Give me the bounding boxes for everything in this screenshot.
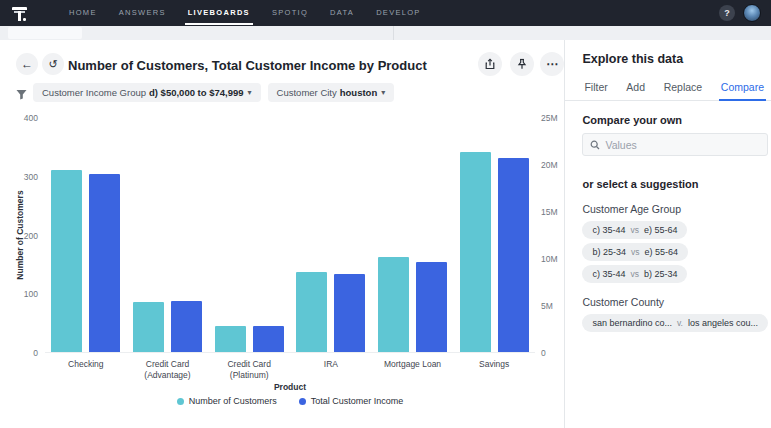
pin-button[interactable] (510, 52, 534, 76)
chevron-down-icon: ▾ (381, 88, 385, 97)
y-tick-left: 100 (0, 289, 38, 299)
x-axis-label: Credit Card (Advantage) (127, 359, 209, 381)
x-axis-title: Product (45, 382, 535, 392)
more-menu-button[interactable]: ⋯ (540, 52, 564, 76)
nav-item-data[interactable]: DATA (319, 0, 365, 26)
suggestion-pill-list: san bernardino co...v.los angeles cou... (582, 314, 768, 332)
legend-dot-icon (299, 398, 306, 405)
x-axis-label: Savings (453, 359, 535, 381)
suggestion-pill[interactable]: san bernardino co...v.los angeles cou... (582, 314, 768, 332)
filter-chip-value: d) $50,000 to $74,999 (149, 87, 244, 98)
legend-item-number-of-customers[interactable]: Number of Customers (177, 396, 277, 406)
viz-panel: ← ↺ Number of Customers, Total Customer … (0, 40, 565, 428)
bar-number-of-customers[interactable] (215, 326, 246, 352)
bar-number-of-customers[interactable] (296, 272, 327, 353)
pill-right-value: e) 55-64 (644, 225, 678, 235)
pill-left-value: san bernardino co... (592, 318, 672, 328)
explore-tabs-bar: FilterAddReplaceCompare (565, 76, 771, 101)
bar-group-2 (127, 118, 209, 352)
strip-tile (8, 27, 82, 39)
subheader-strip (0, 26, 771, 40)
share-button[interactable] (478, 52, 502, 76)
filter-funnel-icon (16, 86, 27, 104)
bar-total-customer-income[interactable] (89, 174, 120, 352)
reset-button[interactable]: ↺ (42, 53, 64, 75)
pill-vs-separator: vs (631, 247, 640, 257)
explore-tabs: FilterAddReplaceCompare (582, 76, 766, 100)
nav-item-answers[interactable]: ANSWERS (108, 0, 177, 26)
bar-group-1 (45, 118, 127, 352)
bar-group-3 (208, 118, 290, 352)
suggestion-group-name: Customer County (582, 296, 768, 308)
filter-chips: Customer Income Groupd) $50,000 to $74,9… (33, 83, 394, 102)
bar-group-4 (290, 118, 372, 352)
y-tick-left: 300 (0, 172, 38, 182)
bar-total-customer-income[interactable] (416, 262, 447, 352)
bar-total-customer-income[interactable] (334, 274, 365, 352)
bar-group-6 (453, 118, 535, 352)
explore-panel-title: Explore this data (582, 52, 768, 66)
viz-title: Number of Customers, Total Customer Inco… (68, 58, 427, 73)
app-window: HOMEANSWERSLIVEBOARDSSPOTIQDATADEVELOP ?… (0, 0, 771, 428)
explore-panel: Explore this data FilterAddReplaceCompar… (565, 40, 771, 428)
x-axis-label: Mortgage Loan (372, 359, 454, 381)
suggestion-heading: or select a suggestion (582, 178, 768, 190)
pill-vs-separator: vs (630, 225, 639, 235)
pill-right-value: b) 25-34 (644, 269, 678, 279)
pill-left-value: c) 35-44 (592, 225, 625, 235)
x-axis-label: IRA (290, 359, 372, 381)
help-icon[interactable]: ? (719, 5, 735, 21)
filter-chip-value: houston (340, 87, 377, 98)
bar-number-of-customers[interactable] (378, 257, 409, 352)
legend-dot-icon (177, 398, 184, 405)
bar-total-customer-income[interactable] (253, 326, 284, 352)
pill-vs-separator: vs (630, 269, 639, 279)
user-avatar[interactable] (743, 4, 761, 22)
share-icon (484, 58, 496, 70)
nav-item-home[interactable]: HOME (58, 0, 108, 26)
pin-icon (516, 58, 528, 70)
suggestion-groups: Customer Age Groupc) 35-44vse) 55-64b) 2… (582, 203, 768, 332)
tab-compare[interactable]: Compare (719, 76, 766, 100)
primary-nav: HOMEANSWERSLIVEBOARDSSPOTIQDATADEVELOP (58, 0, 432, 26)
nav-item-develop[interactable]: DEVELOP (365, 0, 432, 26)
bar-number-of-customers[interactable] (51, 170, 82, 352)
legend-label: Number of Customers (189, 396, 277, 406)
values-search-input[interactable] (605, 139, 760, 151)
legend-item-total-customer-income[interactable]: Total Customer Income (299, 396, 404, 406)
values-search-box[interactable] (582, 133, 768, 156)
filter-chip-1[interactable]: Customer Income Groupd) $50,000 to $74,9… (33, 83, 261, 102)
chevron-down-icon: ▾ (248, 88, 252, 97)
suggestion-pill[interactable]: c) 35-44vse) 55-64 (582, 221, 687, 239)
main-area: ← ↺ Number of Customers, Total Customer … (0, 40, 771, 428)
search-icon (590, 140, 600, 150)
suggestion-pill[interactable]: b) 25-34vse) 55-64 (582, 243, 688, 261)
tab-filter[interactable]: Filter (582, 76, 609, 100)
filter-chip-2[interactable]: Customer Cityhouston▾ (268, 83, 395, 102)
bar-number-of-customers[interactable] (133, 302, 164, 352)
bar-number-of-customers[interactable] (460, 152, 491, 352)
compare-your-own-heading: Compare your own (582, 114, 768, 126)
bar-total-customer-income[interactable] (498, 158, 529, 352)
thoughtspot-logo-icon[interactable] (12, 4, 32, 22)
y-tick-left: 200 (0, 231, 38, 241)
filter-chip-label: Customer City (277, 87, 337, 98)
pill-vs-separator: v. (677, 318, 683, 328)
pill-left-value: c) 35-44 (592, 269, 625, 279)
filter-chip-label: Customer Income Group (42, 87, 146, 98)
legend-label: Total Customer Income (311, 396, 404, 406)
x-axis-label: Credit Card (Platinum) (208, 359, 290, 381)
pill-right-value: los angeles cou... (688, 318, 758, 328)
suggestion-pill-list: c) 35-44vse) 55-64b) 25-34vse) 55-64c) 3… (582, 221, 768, 283)
suggestion-group-name: Customer Age Group (582, 203, 768, 215)
suggestion-pill[interactable]: c) 35-44vsb) 25-34 (582, 265, 687, 283)
bar-group-5 (372, 118, 454, 352)
tab-replace[interactable]: Replace (662, 76, 705, 100)
nav-item-liveboards[interactable]: LIVEBOARDS (177, 0, 261, 26)
tab-add[interactable]: Add (624, 76, 647, 100)
bar-total-customer-income[interactable] (171, 301, 202, 352)
top-nav: HOMEANSWERSLIVEBOARDSSPOTIQDATADEVELOP ? (0, 0, 771, 26)
back-button[interactable]: ← (16, 53, 38, 75)
nav-item-spotiq[interactable]: SPOTIQ (261, 0, 319, 26)
x-axis-category-labels: CheckingCredit Card (Advantage)Credit Ca… (45, 359, 535, 381)
